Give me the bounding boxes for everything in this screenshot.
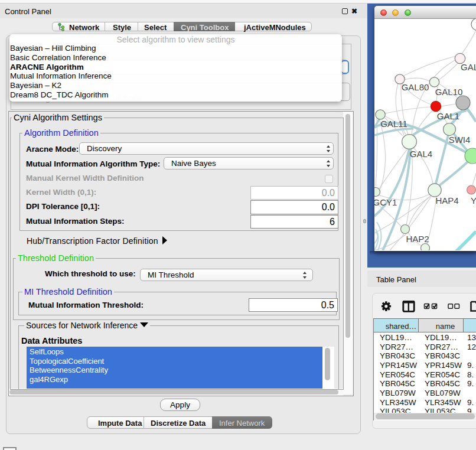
- svg-text:GAL80: GAL80: [402, 82, 429, 92]
- svg-text:GAL4: GAL4: [410, 149, 432, 159]
- svg-text:SWI4: SWI4: [449, 135, 471, 145]
- svg-text:GAL10: GAL10: [435, 87, 463, 97]
- svg-text:Y: Y: [471, 195, 476, 206]
- svg-text:HAP2: HAP2: [406, 234, 429, 244]
- svg-text:GAL11: GAL11: [380, 119, 407, 129]
- svg-text:GCY1: GCY1: [374, 197, 397, 207]
- svg-text:HAP4: HAP4: [435, 195, 458, 206]
- svg-text:GAL1: GAL1: [437, 111, 459, 121]
- svg-text:GAL7: GAL7: [461, 62, 476, 72]
